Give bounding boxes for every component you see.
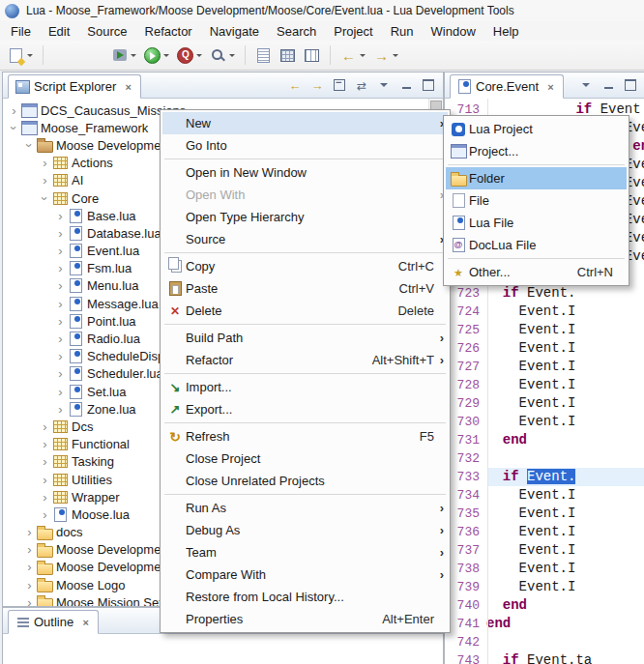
expander-icon[interactable] — [23, 579, 36, 592]
toolbar-button[interactable] — [245, 45, 246, 65]
expander-icon[interactable] — [54, 332, 67, 345]
view-tool-button[interactable] — [332, 77, 347, 93]
toolbar-button[interactable] — [5, 43, 36, 67]
view-tool-button[interactable] — [354, 77, 369, 93]
menubar-item[interactable]: Help — [484, 22, 528, 41]
expander-icon[interactable] — [54, 245, 67, 257]
expander-icon[interactable] — [54, 386, 67, 398]
menu-item[interactable]: Export... — [162, 398, 448, 420]
menu-item[interactable]: Restore from Local History... — [162, 586, 448, 608]
expander-icon[interactable] — [39, 438, 51, 450]
toolbar-button[interactable] — [252, 43, 275, 67]
menu-item[interactable]: Source — [162, 228, 448, 250]
tab-script-explorer[interactable]: Script Explorer — [8, 74, 141, 99]
submenu-item[interactable]: Lua File — [446, 212, 627, 234]
expander-icon[interactable] — [54, 210, 67, 222]
submenu-item[interactable] — [446, 162, 627, 167]
expander-icon[interactable] — [39, 455, 51, 468]
submenu-item[interactable]: Lua Project — [446, 118, 627, 140]
expander-icon[interactable] — [54, 350, 67, 362]
menu-item[interactable]: Close Project — [162, 447, 448, 470]
menubar-item[interactable]: Refactor — [136, 22, 201, 41]
toolbar-button[interactable] — [277, 43, 299, 67]
toolbar-button[interactable] — [174, 43, 205, 67]
menu-item[interactable]: New — [162, 112, 448, 134]
menubar-item[interactable]: Project — [325, 22, 381, 41]
menu-item[interactable]: Properties Alt+Enter — [162, 608, 448, 630]
close-icon[interactable] — [123, 81, 133, 93]
editor-tool-button[interactable] — [623, 77, 638, 93]
toolbar-button[interactable] — [50, 43, 106, 67]
expander-icon[interactable] — [54, 279, 67, 292]
menu-item[interactable] — [162, 157, 448, 161]
toolbar-button[interactable] — [370, 43, 401, 67]
menubar-item[interactable]: Run — [382, 22, 423, 41]
menubar-item[interactable]: Navigate — [201, 22, 268, 41]
menu-item[interactable]: Copy Ctrl+C — [162, 255, 448, 277]
expander-icon[interactable] — [23, 526, 36, 538]
menubar-item[interactable]: Search — [268, 22, 325, 41]
submenu-item[interactable]: Folder — [446, 167, 627, 189]
submenu-item[interactable]: Other... Ctrl+N — [446, 261, 627, 283]
menu-item[interactable]: Close Unrelated Projects — [162, 470, 448, 492]
view-tool-button[interactable] — [376, 77, 392, 93]
submenu-item[interactable]: File — [446, 189, 627, 212]
expander-icon[interactable] — [54, 315, 67, 328]
menu-item[interactable]: Team — [162, 541, 448, 563]
view-tool-button[interactable] — [398, 77, 414, 93]
toolbar-button[interactable] — [337, 43, 368, 67]
expander-icon[interactable] — [39, 174, 51, 187]
expander-icon[interactable] — [39, 474, 51, 486]
menu-item[interactable]: Refactor Alt+Shift+T — [162, 349, 448, 371]
view-tool-button[interactable] — [421, 77, 436, 93]
close-icon[interactable] — [80, 617, 91, 628]
menu-item[interactable]: Open With — [162, 184, 448, 206]
menubar-item[interactable]: Window — [423, 22, 484, 41]
menu-item[interactable] — [162, 371, 448, 376]
menu-item[interactable] — [162, 492, 448, 497]
close-icon[interactable] — [545, 81, 556, 93]
expander-icon[interactable] — [54, 367, 67, 380]
toolbar-button[interactable] — [207, 43, 238, 67]
tab-core-event[interactable]: Core.Event — [450, 74, 564, 99]
toolbar-button[interactable] — [108, 43, 139, 67]
submenu-item[interactable] — [446, 256, 627, 261]
tab-outline[interactable]: Outline — [8, 610, 99, 634]
menu-item[interactable]: Delete Delete — [162, 300, 448, 322]
expander-icon[interactable] — [23, 561, 36, 573]
menu-item[interactable]: Refresh F5 — [162, 425, 448, 447]
expander-icon[interactable] — [39, 508, 51, 521]
expander-icon[interactable] — [39, 420, 51, 433]
menu-item[interactable]: Compare With — [162, 563, 448, 586]
menu-item[interactable]: Import... — [162, 376, 448, 398]
expander-icon[interactable] — [23, 543, 36, 556]
menu-item[interactable] — [162, 322, 448, 327]
toolbar-button[interactable] — [141, 43, 172, 67]
expander-icon[interactable] — [23, 139, 36, 152]
expander-icon[interactable] — [39, 192, 51, 205]
menu-item[interactable]: Open Type Hierarchy — [162, 206, 448, 228]
menu-item[interactable]: Build Path — [162, 327, 448, 349]
expander-icon[interactable] — [54, 227, 67, 240]
menubar-item[interactable]: File — [2, 22, 40, 41]
menu-item[interactable]: Debug As — [162, 519, 448, 541]
menu-item[interactable] — [162, 420, 448, 425]
expander-icon[interactable] — [54, 298, 67, 310]
submenu-item[interactable]: Project... — [446, 140, 627, 162]
expander-icon[interactable] — [39, 157, 51, 169]
view-tool-button[interactable] — [287, 77, 303, 93]
expander-icon[interactable] — [54, 262, 67, 274]
toolbar-button[interactable] — [43, 45, 44, 65]
submenu-item[interactable]: DocLua File — [446, 234, 627, 256]
menu-item[interactable]: Go Into — [162, 134, 448, 157]
toolbar-button[interactable] — [301, 43, 323, 67]
editor-tool-button[interactable] — [578, 77, 594, 93]
view-tool-button[interactable] — [309, 77, 325, 93]
expander-icon[interactable] — [8, 104, 20, 117]
menu-item[interactable]: Open in New Window — [162, 161, 448, 184]
menu-item[interactable] — [162, 250, 448, 255]
menu-item[interactable]: Paste Ctrl+V — [162, 277, 448, 300]
toolbar-button[interactable] — [330, 45, 331, 65]
menubar-item[interactable]: Edit — [40, 22, 78, 41]
expander-icon[interactable] — [54, 403, 67, 416]
